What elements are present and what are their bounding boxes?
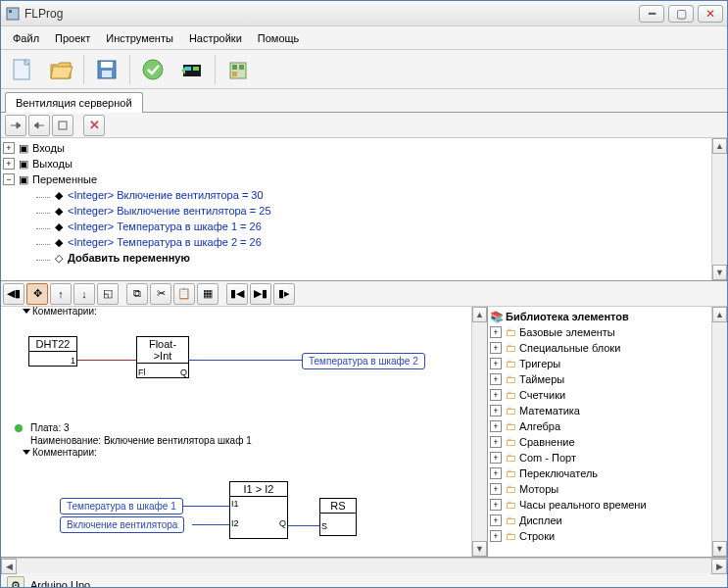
upload-button[interactable] (175, 53, 209, 86)
expand-icon[interactable]: + (3, 158, 15, 170)
add-var-button[interactable] (52, 115, 73, 136)
rs-block[interactable]: RS S (319, 498, 357, 536)
minimize-button[interactable]: ━ (639, 5, 664, 23)
compare-block[interactable]: I1 > I2 I1 I2 Q (229, 481, 288, 539)
canvas-hscroll[interactable]: ◀ ▶ (1, 558, 727, 573)
save-button[interactable] (90, 53, 123, 86)
collapse-icon[interactable]: − (3, 173, 15, 185)
library-button[interactable] (221, 53, 255, 86)
tree-var-item[interactable]: ◆<Integer> Температура в шкафе 1 = 26 (1, 219, 711, 234)
tree-var-item[interactable]: ◆<Integer> Включение вентилятора = 30 (1, 187, 711, 203)
lib-item[interactable]: +🗀Моторы (488, 481, 711, 497)
new-file-button[interactable] (5, 53, 38, 86)
lib-item[interactable]: +🗀Алгебра (488, 418, 711, 434)
dht22-block[interactable]: DHT22 1 (28, 336, 77, 367)
menu-help[interactable]: Помощь (250, 26, 308, 49)
zoom-button[interactable]: ◱ (97, 283, 119, 305)
lib-item[interactable]: +🗀Тригеры (488, 356, 711, 371)
scroll-left-icon[interactable]: ◀ (1, 559, 17, 574)
close-button[interactable]: ✕ (698, 5, 723, 23)
expand-icon[interactable]: + (490, 436, 502, 448)
expand-icon[interactable]: + (490, 467, 502, 479)
scroll-down-icon[interactable]: ▼ (472, 541, 487, 557)
folder-icon: 🗀 (504, 530, 517, 542)
delete-button[interactable]: ✕ (83, 115, 105, 136)
expand-icon[interactable]: + (490, 420, 502, 432)
grid-button[interactable]: ▦ (197, 283, 218, 305)
scroll-up-icon[interactable]: ▲ (472, 307, 487, 322)
library-header: 📚Библиотека элементов (488, 309, 711, 324)
add-output-button[interactable] (28, 115, 50, 136)
library-tree[interactable]: 📚Библиотека элементов +🗀Базовые элементы… (488, 307, 711, 557)
plate-label: Плата: 3 (30, 422, 70, 433)
lib-item[interactable]: +🗀Дисплеи (488, 513, 711, 528)
expand-icon[interactable]: + (490, 514, 502, 526)
copy-button[interactable]: ⧉ (126, 283, 148, 305)
expand-icon[interactable]: + (490, 499, 502, 511)
expand-icon[interactable]: + (3, 142, 15, 154)
fan-on-tag[interactable]: Включение вентилятора (60, 516, 184, 533)
expand-icon[interactable]: + (490, 373, 502, 385)
menu-file[interactable]: Файл (5, 26, 47, 49)
tree-var-item[interactable]: ◆<Integer> Выключение вентилятора = 25 (1, 203, 711, 219)
tree-variables[interactable]: −▣Переменные (1, 172, 711, 187)
lib-item[interactable]: +🗀Базовые элементы (488, 324, 711, 340)
add-input-button[interactable] (5, 115, 26, 136)
export-button[interactable]: ▮▸ (273, 283, 295, 305)
canvas-vscroll[interactable]: ▲ ▼ (471, 307, 487, 557)
scroll-down-icon[interactable]: ▼ (712, 265, 727, 280)
svg-rect-0 (7, 8, 19, 20)
tree-outputs[interactable]: +▣Выходы (1, 156, 711, 172)
expand-icon[interactable]: + (490, 389, 502, 401)
menu-project[interactable]: Проект (47, 26, 98, 49)
compile-button[interactable] (136, 53, 170, 86)
open-button[interactable] (44, 53, 77, 86)
project-tree[interactable]: +▣Входы +▣Выходы −▣Переменные ◆<Integer>… (1, 138, 711, 280)
move-up-button[interactable]: ↑ (50, 283, 72, 305)
lib-item[interactable]: +🗀Математика (488, 403, 711, 418)
expand-icon[interactable]: + (490, 405, 502, 416)
lib-item[interactable]: +🗀Строки (488, 528, 711, 544)
window-title: FLProg (24, 7, 639, 21)
lib-item[interactable]: +🗀Таймеры (488, 371, 711, 387)
tree-add-var[interactable]: ◇Добавить переменную (1, 250, 711, 266)
lib-item[interactable]: +🗀Com - Порт (488, 450, 711, 466)
board-left-button[interactable]: ◀▮ (3, 283, 24, 305)
cut-button[interactable]: ✂ (150, 283, 171, 305)
expand-icon[interactable]: + (490, 326, 502, 338)
floatint-block[interactable]: Float->Int FlQ (136, 336, 189, 378)
lib-item[interactable]: +🗀Часы реального времени (488, 497, 711, 513)
scroll-up-icon[interactable]: ▲ (712, 138, 727, 154)
select-mode-button[interactable]: ✥ (26, 283, 48, 305)
scroll-up-icon[interactable]: ▲ (712, 307, 727, 322)
expand-icon[interactable]: + (490, 530, 502, 542)
library-pane: 📚Библиотека элементов +🗀Базовые элементы… (488, 307, 727, 557)
lib-item[interactable]: +🗀Сравнение (488, 434, 711, 450)
library-scrollbar[interactable]: ▲ ▼ (711, 307, 727, 557)
folder-icon: 🗀 (504, 373, 517, 385)
lib-item[interactable]: +🗀Специальные блоки (488, 340, 711, 356)
move-down-button[interactable]: ↓ (73, 283, 95, 305)
align-left-button[interactable]: ▮◀ (226, 283, 248, 305)
expand-icon[interactable]: + (490, 358, 502, 369)
expand-icon[interactable]: + (490, 452, 502, 464)
temp1-tag[interactable]: Температура в шкафе 1 (60, 498, 183, 514)
paste-button[interactable]: 📋 (173, 283, 195, 305)
menu-tools[interactable]: Инструменты (98, 26, 181, 49)
lib-item[interactable]: +🗀Переключатель (488, 466, 711, 481)
expand-icon[interactable]: + (490, 342, 502, 354)
design-canvas[interactable]: Комментарии: DHT22 1 Float->Int FlQ Темп… (1, 307, 471, 557)
tree-toolbar: ✕ (1, 113, 727, 138)
tab-ventilation[interactable]: Вентиляция серверной (5, 92, 143, 113)
temp2-tag[interactable]: Температура в шкафе 2 (302, 353, 425, 369)
tree-inputs[interactable]: +▣Входы (1, 140, 711, 156)
expand-icon[interactable]: + (490, 483, 502, 495)
tree-var-item[interactable]: ◆<Integer> Температура в шкафе 2 = 26 (1, 234, 711, 250)
scroll-right-icon[interactable]: ▶ (711, 559, 727, 574)
align-right-button[interactable]: ▶▮ (250, 283, 271, 305)
lib-item[interactable]: +🗀Счетчики (488, 387, 711, 403)
menu-settings[interactable]: Настройки (181, 26, 250, 49)
scroll-down-icon[interactable]: ▼ (712, 541, 727, 557)
tree-scrollbar[interactable]: ▲ ▼ (711, 138, 727, 280)
maximize-button[interactable]: ▢ (668, 5, 694, 23)
